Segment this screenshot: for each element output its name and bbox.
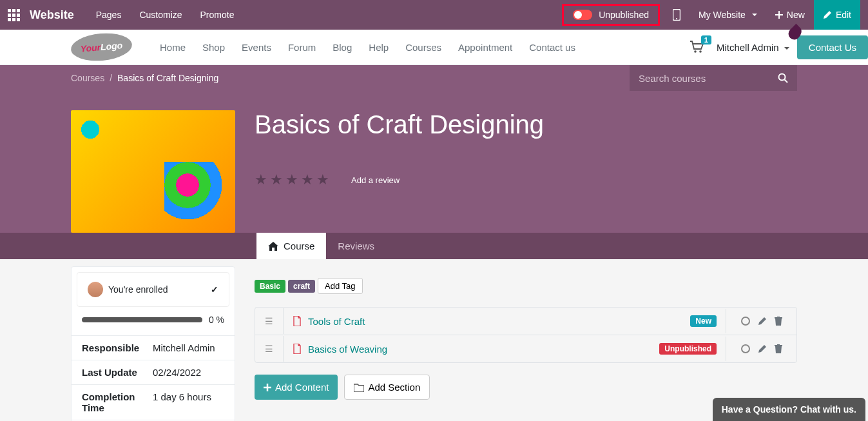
star-icon: ★ <box>285 171 298 188</box>
pdf-icon <box>293 344 302 354</box>
table-row: ☰ Tools of Craft New <box>255 308 796 335</box>
meta-responsible: ResponsibleMitchell Admin <box>72 335 235 360</box>
star-icon: ★ <box>270 171 283 188</box>
svg-point-1 <box>676 18 677 19</box>
content-item-link[interactable]: Basics of Weaving <box>308 344 387 355</box>
new-button[interactable]: New <box>766 0 814 30</box>
course-search <box>630 65 797 91</box>
add-section-button[interactable]: Add Section <box>344 375 430 400</box>
progress-bar <box>82 317 202 322</box>
progress-pct: 0 % <box>209 315 224 325</box>
tag-craft[interactable]: craft <box>288 280 315 293</box>
breadcrumb-root[interactable]: Courses <box>71 73 104 83</box>
site-logo[interactable]: YourLogo <box>70 31 133 63</box>
meta-last-update: Last Update02/24/2022 <box>72 360 235 384</box>
content-item-link[interactable]: Tools of Craft <box>308 316 365 327</box>
chat-widget[interactable]: Have a Question? Chat with us. <box>713 398 865 421</box>
content-list: ☰ Tools of Craft New ☰ Basics of Weaving <box>255 307 797 363</box>
pencil-icon <box>823 10 832 19</box>
mobile-preview-button[interactable] <box>664 0 690 30</box>
pdf-icon <box>293 316 302 326</box>
star-icon: ★ <box>255 171 267 188</box>
plus-icon <box>775 11 783 19</box>
app-brand[interactable]: Website <box>30 8 74 22</box>
nav-courses[interactable]: Courses <box>397 42 450 53</box>
enrolled-text: You're enrolled <box>108 284 168 295</box>
edit-item-icon[interactable] <box>758 344 767 353</box>
plus-icon <box>264 384 271 391</box>
chevron-down-icon <box>784 47 789 52</box>
nav-events[interactable]: Events <box>233 42 280 53</box>
publish-label: Unpublished <box>599 10 649 20</box>
course-content: Basic craft Add Tag ☰ Tools of Craft New <box>255 259 797 421</box>
topnav-pages[interactable]: Pages <box>87 10 131 20</box>
cart-count-badge: 1 <box>701 35 711 44</box>
tab-reviews[interactable]: Reviews <box>326 233 386 259</box>
edit-item-icon[interactable] <box>758 317 767 326</box>
avatar <box>88 282 103 297</box>
cart-button[interactable]: 1 <box>690 41 704 54</box>
nav-shop[interactable]: Shop <box>194 42 233 53</box>
star-icon: ★ <box>316 171 329 188</box>
status-badge-new: New <box>690 315 717 327</box>
user-menu[interactable]: Mitchell Admin <box>717 42 789 53</box>
home-icon <box>268 242 278 251</box>
course-cover-image <box>71 110 235 233</box>
breadcrumb: Courses / Basics of Craft Designing <box>0 65 868 91</box>
mobile-icon <box>673 9 680 21</box>
enrolled-banner: You're enrolled ✓ <box>77 272 229 307</box>
drag-handle-icon[interactable]: ☰ <box>255 308 284 334</box>
course-tags: Basic craft Add Tag <box>255 278 797 294</box>
tab-course[interactable]: Course <box>256 233 326 259</box>
course-sidebar: You're enrolled ✓ 0 % ResponsibleMitchel… <box>71 266 235 421</box>
progress-row: 0 % <box>72 312 235 335</box>
circle-icon[interactable] <box>741 344 750 353</box>
nav-forum[interactable]: Forum <box>280 42 324 53</box>
nav-contact[interactable]: Contact us <box>521 42 584 53</box>
topnav-customize[interactable]: Customize <box>130 10 191 20</box>
topnav-promote[interactable]: Promote <box>191 10 244 20</box>
add-tag-button[interactable]: Add Tag <box>318 278 362 294</box>
site-nav-bar: YourLogo Home Shop Events Forum Blog Hel… <box>0 30 868 65</box>
add-content-button[interactable]: Add Content <box>255 375 338 400</box>
nav-blog[interactable]: Blog <box>324 42 360 53</box>
delete-item-icon[interactable] <box>775 317 782 326</box>
delete-item-icon[interactable] <box>775 344 782 353</box>
nav-appointment[interactable]: Appointment <box>450 42 521 53</box>
svg-point-2 <box>694 50 697 53</box>
publish-switch-icon[interactable] <box>573 10 592 20</box>
circle-icon[interactable] <box>741 317 750 326</box>
svg-point-4 <box>779 74 786 81</box>
top-menu-bar: Website Pages Customize Promote Unpublis… <box>0 0 868 30</box>
course-hero: Basics of Craft Designing ★ ★ ★ ★ ★ Add … <box>0 91 868 233</box>
star-icon: ★ <box>301 171 314 188</box>
nav-help[interactable]: Help <box>360 42 397 53</box>
tag-basic[interactable]: Basic <box>255 280 285 293</box>
course-tabs: Course Reviews <box>0 233 868 259</box>
breadcrumb-current: Basics of Craft Designing <box>117 73 218 83</box>
contact-us-button[interactable]: Contact Us <box>797 35 868 59</box>
rating-stars[interactable]: ★ ★ ★ ★ ★ Add a review <box>255 171 797 188</box>
meta-completion: Completion Time1 day 6 hours <box>72 384 235 420</box>
search-input[interactable] <box>639 73 778 84</box>
my-website-dropdown[interactable]: My Website <box>690 0 766 30</box>
search-icon[interactable] <box>778 73 788 83</box>
folder-icon <box>354 383 364 392</box>
publish-toggle-highlighted[interactable]: Unpublished <box>562 4 660 26</box>
svg-point-3 <box>699 50 702 53</box>
check-icon: ✓ <box>211 284 218 295</box>
nav-home[interactable]: Home <box>151 42 194 53</box>
status-badge-unpublished: Unpublished <box>659 343 717 355</box>
page-title: Basics of Craft Designing <box>255 110 797 139</box>
add-review-link[interactable]: Add a review <box>351 175 400 185</box>
table-row: ☰ Basics of Weaving Unpublished <box>255 335 796 362</box>
edit-button[interactable]: Edit <box>814 0 860 30</box>
drag-handle-icon[interactable]: ☰ <box>255 336 284 362</box>
apps-icon[interactable] <box>8 9 20 21</box>
